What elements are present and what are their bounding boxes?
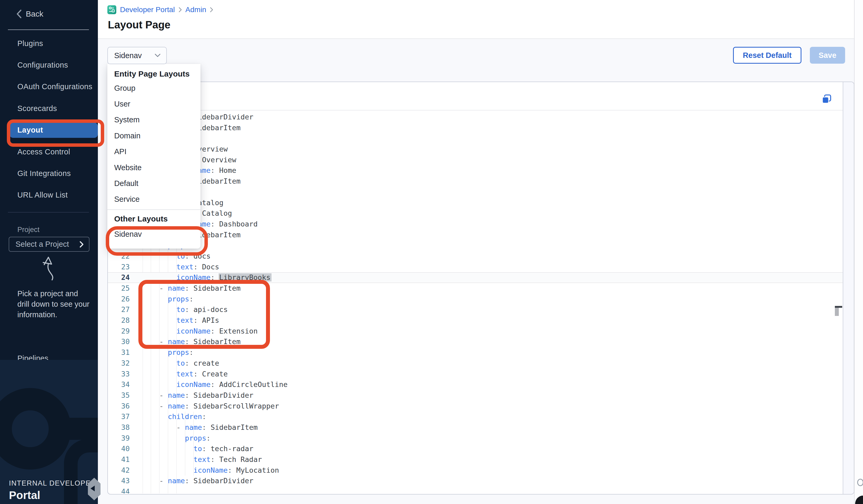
code-line[interactable]: 34 iconName: AddCircleOutline: [108, 379, 843, 390]
code-line[interactable]: 15 - name: SidebarItem: [108, 176, 843, 187]
line-number: 39: [108, 433, 130, 444]
sidebar-item-label: URL Allow List: [17, 191, 67, 199]
menu-item-sidenav[interactable]: Sidenav: [107, 226, 200, 242]
code-line[interactable]: 37 children:: [108, 412, 843, 422]
code-line[interactable]: 24 iconName: LibraryBooks: [108, 272, 843, 283]
code-line[interactable]: 16 props:: [108, 187, 843, 198]
code-line[interactable]: 39 props:: [108, 433, 843, 444]
code-line[interactable]: 18 text: Catalog: [108, 208, 843, 219]
sidebar-item-git-integrations[interactable]: Git Integrations: [0, 163, 98, 184]
code-text: text: Catalog: [138, 208, 843, 219]
copy-icon[interactable]: [822, 94, 832, 104]
sidebar-item-access-control[interactable]: Access Control: [0, 141, 98, 163]
menu-item-api[interactable]: API: [107, 144, 200, 160]
reset-default-button[interactable]: Reset Default: [733, 47, 801, 64]
line-number: 28: [108, 315, 130, 326]
code-line[interactable]: 13 text: Overview: [108, 155, 843, 165]
editor-scrollbar-track[interactable]: [843, 82, 854, 494]
menu-item-system[interactable]: System: [107, 112, 200, 128]
code-line[interactable]: 26 props:: [108, 294, 843, 305]
code-line[interactable]: 41 text: Tech Radar: [108, 454, 843, 465]
brand-logo: INTERNAL DEVELOPER Portal: [9, 479, 96, 502]
sidebar-item-scorecards[interactable]: Scorecards: [0, 98, 98, 119]
line-number: 40: [108, 443, 130, 454]
code-line[interactable]: 12 to: overview: [108, 144, 843, 155]
code-line[interactable]: 32 to: create: [108, 358, 843, 369]
line-number: 29: [108, 326, 130, 337]
code-line[interactable]: 40 to: tech-radar: [108, 443, 843, 454]
code-line[interactable]: 43 - name: SidebarDivider: [108, 476, 843, 487]
breadcrumb-link-developer-portal[interactable]: Developer Portal: [120, 5, 175, 14]
line-number: 38: [108, 422, 130, 433]
menu-item-group[interactable]: Group: [107, 80, 200, 96]
admin-sidebar: Back PluginsConfigurationsOAuth Configur…: [0, 0, 98, 504]
code-line[interactable]: 44: [108, 487, 843, 493]
code-editor[interactable]: 9 - name: SidebarDivider10 - name: Sideb…: [108, 110, 843, 493]
code-line[interactable]: 33 text: Create: [108, 369, 843, 380]
code-line[interactable]: 17 to: catalog: [108, 198, 843, 208]
code-line[interactable]: 31 props:: [108, 347, 843, 358]
layout-select-dropdown[interactable]: Sidenav: [107, 47, 167, 64]
code-line[interactable]: 42 iconName: MyLocation: [108, 465, 843, 476]
code-line[interactable]: 28 text: APIs: [108, 315, 843, 326]
code-text: iconName: Dashboard: [138, 219, 843, 230]
line-number: 30: [108, 337, 130, 347]
code-line[interactable]: 23 text: Docs: [108, 262, 843, 273]
code-line[interactable]: 35 - name: SidebarDivider: [108, 390, 843, 401]
code-text: - name: SidebarItem: [138, 230, 843, 240]
back-label: Back: [26, 10, 43, 18]
save-button[interactable]: Save: [810, 47, 845, 64]
sidebar-item-layout[interactable]: Layout: [0, 119, 98, 141]
code-line[interactable]: 36 - name: SidebarScrollWrapper: [108, 401, 843, 412]
code-line[interactable]: 38 - name: SidebarItem: [108, 422, 843, 433]
code-line[interactable]: 11 props:: [108, 133, 843, 144]
brand-line-bottom: Portal: [9, 489, 96, 502]
sidebar-item-oauth-configurations[interactable]: OAuth Configurations: [0, 76, 98, 98]
sidebar-item-plugins[interactable]: Plugins: [0, 33, 98, 54]
chevron-right-icon: [79, 241, 84, 248]
code-line[interactable]: 20 - name: SidebarItem: [108, 230, 843, 240]
breadcrumb-link-admin[interactable]: Admin: [186, 5, 206, 14]
code-line[interactable]: 27 to: api-docs: [108, 304, 843, 315]
project-select-button[interactable]: Select a Project: [9, 237, 89, 252]
chevron-left-icon: [16, 10, 22, 18]
code-text: - name: SidebarItem: [138, 283, 843, 294]
sidebar-item-url-allow-list[interactable]: URL Allow List: [0, 185, 98, 206]
menu-group-entity-layouts: GroupUserSystemDomainAPIWebsiteDefaultSe…: [107, 80, 200, 207]
menu-item-default[interactable]: Default: [107, 175, 200, 191]
code-text: props:: [138, 133, 843, 144]
code-text: to: api-docs: [138, 304, 843, 315]
sidebar-item-label: Plugins: [17, 39, 43, 48]
line-number: 31: [108, 347, 130, 358]
code-line[interactable]: 14 iconName: Home: [108, 165, 843, 176]
sidebar-item-label: Configurations: [17, 61, 68, 70]
triangle-left-icon: [90, 486, 95, 491]
app-window: Back PluginsConfigurationsOAuth Configur…: [0, 0, 863, 504]
sidebar-item-label: Layout: [17, 126, 43, 135]
code-text: iconName: AddCircleOutline: [138, 379, 843, 390]
sidebar-divider-top: [8, 29, 89, 30]
code-line[interactable]: 29 iconName: Extension: [108, 326, 843, 337]
main-content: Developer Portal Admin Layout Page Siden…: [98, 0, 854, 504]
back-button[interactable]: Back: [16, 10, 43, 18]
code-line[interactable]: 19 iconName: Dashboard: [108, 219, 843, 230]
code-line[interactable]: 10 - name: SidebarItem: [108, 123, 843, 134]
corner-ring-icon: [857, 479, 863, 486]
sidebar-item-configurations[interactable]: Configurations: [0, 54, 98, 76]
page-scrollbar[interactable]: [854, 0, 863, 504]
line-number: 43: [108, 476, 130, 487]
code-line[interactable]: 25 - name: SidebarItem: [108, 283, 843, 294]
menu-item-service[interactable]: Service: [107, 191, 200, 207]
code-line[interactable]: 22 to: docs: [108, 251, 843, 262]
sidebar-item-label: OAuth Configurations: [17, 82, 92, 91]
menu-group-other-layouts: Sidenav: [107, 226, 200, 242]
menu-item-website[interactable]: Website: [107, 160, 200, 175]
code-line[interactable]: 9 - name: SidebarDivider: [108, 112, 843, 123]
code-line[interactable]: 30 - name: SidebarItem: [108, 337, 843, 347]
code-line[interactable]: 21 props:: [108, 240, 843, 251]
line-number: 44: [108, 487, 130, 493]
menu-item-user[interactable]: User: [107, 96, 200, 112]
menu-group-header: Entity Page Layouts: [107, 67, 200, 80]
editor-scrollbar-thumb[interactable]: [835, 308, 839, 316]
menu-item-domain[interactable]: Domain: [107, 128, 200, 143]
